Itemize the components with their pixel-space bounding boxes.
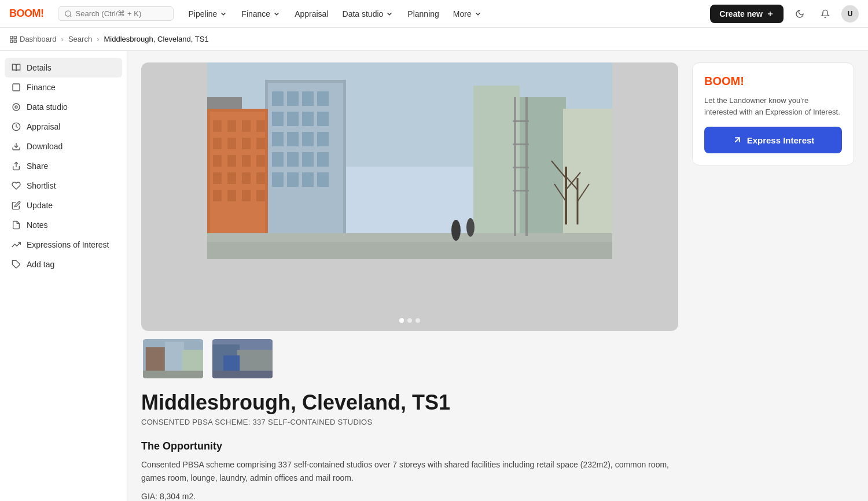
svg-rect-50 bbox=[213, 155, 222, 167]
svg-rect-4 bbox=[14, 36, 16, 38]
dot-3[interactable] bbox=[415, 318, 420, 323]
svg-rect-61 bbox=[256, 190, 265, 201]
thumbnail-strip bbox=[141, 338, 678, 380]
svg-point-74 bbox=[451, 220, 461, 241]
breadcrumb-search[interactable]: Search bbox=[68, 35, 92, 43]
opportunity-description: Consented PBSA scheme comprising 337 sel… bbox=[141, 458, 678, 485]
plus-icon bbox=[766, 10, 774, 18]
svg-rect-45 bbox=[256, 120, 265, 132]
svg-rect-60 bbox=[242, 190, 251, 201]
svg-rect-73 bbox=[207, 242, 612, 259]
grid-icon bbox=[9, 35, 17, 43]
sidebar-item-appraisal[interactable]: Appraisal bbox=[5, 117, 122, 137]
svg-rect-37 bbox=[287, 172, 299, 187]
svg-rect-29 bbox=[287, 132, 299, 146]
express-card-logo: BOOM! bbox=[704, 75, 842, 88]
nav-appraisal[interactable]: Appraisal bbox=[289, 6, 334, 22]
svg-rect-33 bbox=[287, 152, 299, 167]
search-icon bbox=[64, 10, 72, 18]
theme-toggle-button[interactable] bbox=[790, 5, 809, 23]
image-carousel-dots bbox=[399, 318, 420, 323]
svg-rect-54 bbox=[213, 172, 222, 184]
nav-data-studio[interactable]: Data studio bbox=[337, 6, 400, 22]
svg-rect-91 bbox=[212, 371, 273, 378]
svg-rect-5 bbox=[10, 40, 13, 42]
page-layout: Details Finance Data studio Appraisal Do… bbox=[0, 51, 868, 501]
svg-rect-51 bbox=[227, 155, 236, 167]
sidebar-item-notes[interactable]: Notes bbox=[5, 215, 122, 235]
tag-icon bbox=[12, 260, 21, 269]
express-interest-button[interactable]: Express Interest bbox=[704, 127, 842, 153]
svg-rect-80 bbox=[513, 167, 529, 168]
svg-rect-39 bbox=[317, 172, 329, 187]
svg-rect-20 bbox=[272, 91, 284, 106]
svg-line-92 bbox=[735, 138, 740, 142]
svg-rect-26 bbox=[302, 112, 314, 126]
chevron-down-icon bbox=[219, 10, 227, 18]
sidebar-item-shortlist[interactable]: Shortlist bbox=[5, 176, 122, 196]
svg-rect-31 bbox=[317, 132, 329, 146]
user-avatar[interactable]: U bbox=[841, 5, 859, 23]
svg-rect-59 bbox=[227, 190, 236, 201]
bell-icon bbox=[821, 9, 830, 19]
sidebar-item-add-tag[interactable]: Add tag bbox=[5, 255, 122, 274]
property-title: Middlesbrough, Cleveland, TS1 bbox=[141, 391, 678, 414]
svg-rect-32 bbox=[272, 152, 284, 167]
note-icon bbox=[12, 220, 21, 230]
svg-rect-47 bbox=[227, 138, 236, 149]
edit-icon bbox=[12, 201, 21, 210]
sidebar-item-download[interactable]: Download bbox=[5, 137, 122, 156]
svg-rect-22 bbox=[302, 91, 314, 106]
nav-more[interactable]: More bbox=[447, 6, 488, 22]
nav-planning[interactable]: Planning bbox=[402, 6, 445, 22]
svg-point-9 bbox=[15, 106, 17, 108]
svg-rect-28 bbox=[272, 132, 284, 146]
app-logo[interactable]: BOOM! bbox=[9, 8, 44, 20]
svg-rect-58 bbox=[213, 190, 222, 201]
svg-point-8 bbox=[13, 104, 20, 110]
dot-2[interactable] bbox=[407, 318, 412, 323]
svg-rect-55 bbox=[227, 172, 236, 184]
svg-rect-3 bbox=[10, 36, 13, 38]
svg-rect-7 bbox=[13, 84, 20, 91]
svg-rect-46 bbox=[213, 138, 222, 149]
thumbnail-1-image bbox=[142, 339, 204, 378]
trend-icon bbox=[12, 240, 21, 249]
search-box[interactable] bbox=[58, 6, 174, 21]
svg-rect-6 bbox=[14, 40, 16, 42]
sidebar-item-details[interactable]: Details bbox=[5, 58, 122, 78]
express-card-description: Let the Landowner know you're interested… bbox=[704, 95, 842, 117]
finance-icon bbox=[12, 83, 21, 92]
breadcrumb: Dashboard › Search › Middlesbrough, Clev… bbox=[0, 28, 868, 51]
notifications-button[interactable] bbox=[816, 5, 834, 23]
create-new-button[interactable]: Create new bbox=[710, 5, 784, 23]
nav-pipeline[interactable]: Pipeline bbox=[183, 6, 234, 22]
svg-point-0 bbox=[65, 10, 70, 16]
svg-rect-24 bbox=[272, 112, 284, 126]
svg-rect-42 bbox=[213, 120, 222, 132]
sidebar-item-expressions[interactable]: Expressions of Interest bbox=[5, 235, 122, 255]
svg-rect-30 bbox=[302, 132, 314, 146]
data-studio-icon bbox=[12, 102, 21, 112]
building-scene-image bbox=[141, 62, 678, 259]
svg-rect-38 bbox=[302, 172, 314, 187]
sidebar-item-finance[interactable]: Finance bbox=[5, 78, 122, 97]
sidebar-item-data-studio[interactable]: Data studio bbox=[5, 97, 122, 117]
breadcrumb-separator-2: › bbox=[97, 35, 99, 43]
thumbnail-2[interactable] bbox=[211, 338, 274, 380]
svg-rect-35 bbox=[317, 152, 329, 167]
nav-items: Pipeline Finance Appraisal Data studio P… bbox=[183, 6, 488, 22]
breadcrumb-current: Middlesbrough, Cleveland, TS1 bbox=[104, 35, 209, 43]
search-input[interactable] bbox=[76, 9, 167, 18]
thumbnail-1[interactable] bbox=[141, 338, 205, 380]
property-main-image[interactable] bbox=[141, 62, 678, 331]
svg-rect-57 bbox=[256, 172, 265, 184]
svg-rect-49 bbox=[256, 138, 265, 149]
nav-finance[interactable]: Finance bbox=[236, 6, 286, 22]
nav-right: Create new U bbox=[710, 5, 859, 23]
chevron-down-icon bbox=[474, 10, 482, 18]
breadcrumb-dashboard[interactable]: Dashboard bbox=[9, 35, 57, 43]
sidebar-item-share[interactable]: Share bbox=[5, 156, 122, 176]
sidebar-item-update[interactable]: Update bbox=[5, 196, 122, 215]
dot-1[interactable] bbox=[399, 318, 404, 323]
